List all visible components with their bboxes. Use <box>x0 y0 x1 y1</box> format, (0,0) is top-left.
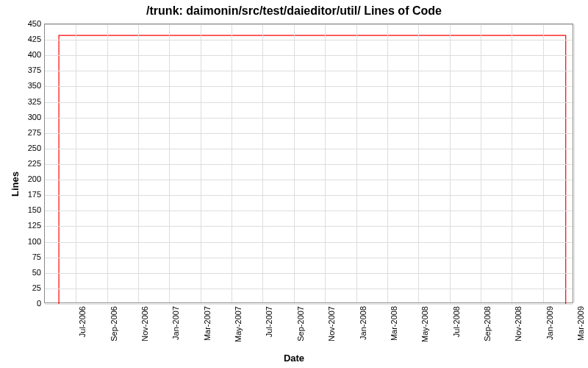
xtick-label: Mar-2009 <box>576 306 585 341</box>
ytick-label: 25 <box>12 283 41 292</box>
plot-area <box>44 24 573 303</box>
xtick-label: May-2008 <box>420 306 429 342</box>
chart-title: /trunk: daimonin/src/test/daieditor/util… <box>0 4 588 18</box>
gridline-vertical <box>262 24 263 302</box>
ytick-label: 200 <box>12 174 41 183</box>
gridline-vertical <box>543 24 544 302</box>
ytick-label: 0 <box>12 299 41 308</box>
ytick-label: 50 <box>12 268 41 277</box>
gridline-horizontal <box>45 86 573 87</box>
gridline-vertical <box>450 24 451 302</box>
xtick-label: Sep-2006 <box>110 306 118 342</box>
gridline-horizontal <box>45 118 573 118</box>
ytick-label: 225 <box>12 159 41 168</box>
ytick-label: 275 <box>12 128 41 137</box>
gridline-horizontal <box>45 273 573 274</box>
gridline-vertical <box>387 24 388 302</box>
gridline-vertical <box>201 24 201 302</box>
gridline-horizontal <box>45 226 573 227</box>
gridline-vertical <box>512 24 512 302</box>
gridline-horizontal <box>45 71 573 71</box>
gridline-horizontal <box>45 195 573 196</box>
ytick-label: 350 <box>12 81 41 90</box>
xtick-label: Mar-2008 <box>390 306 398 341</box>
gridline-horizontal <box>45 180 573 180</box>
gridline-horizontal <box>45 242 573 243</box>
ytick-label: 175 <box>12 190 41 199</box>
xtick-label: Jan-2007 <box>171 306 180 340</box>
gridline-vertical <box>294 24 295 302</box>
gridline-horizontal <box>45 164 573 165</box>
ytick-label: 300 <box>12 113 41 121</box>
gridline-vertical <box>107 24 108 302</box>
chart-container: /trunk: daimonin/src/test/daieditor/util… <box>0 0 588 368</box>
gridline-vertical <box>481 24 481 302</box>
xtick-label: May-2007 <box>234 306 243 342</box>
ytick-label: 150 <box>12 205 41 214</box>
gridline-vertical <box>418 24 419 302</box>
gridline-horizontal <box>45 55 573 56</box>
ytick-label: 400 <box>12 50 41 59</box>
gridline-vertical <box>138 24 139 302</box>
xtick-label: Sep-2008 <box>483 306 492 342</box>
xtick-label: Jan-2008 <box>359 306 368 340</box>
ytick-label: 100 <box>12 237 41 246</box>
gridline-vertical <box>169 24 170 302</box>
ytick-label: 425 <box>12 35 41 43</box>
xtick-label: Mar-2007 <box>203 306 212 341</box>
gridline-horizontal <box>45 289 573 289</box>
xtick-label: Jan-2009 <box>545 306 554 340</box>
gridline-horizontal <box>45 24 573 25</box>
gridline-vertical <box>76 24 76 302</box>
ytick-label: 125 <box>12 221 41 230</box>
ytick-label: 325 <box>12 97 41 106</box>
xtick-label: Jul-2008 <box>452 306 461 337</box>
gridline-horizontal <box>45 258 573 258</box>
gridline-vertical <box>356 24 357 302</box>
xtick-label: Nov-2008 <box>514 306 523 342</box>
gridline-horizontal <box>45 102 573 103</box>
gridline-horizontal <box>45 210 573 211</box>
xtick-label: Nov-2007 <box>327 306 336 342</box>
gridline-horizontal <box>45 304 573 305</box>
ytick-label: 250 <box>12 144 41 152</box>
xtick-label: Nov-2006 <box>140 306 149 342</box>
gridline-horizontal <box>45 40 573 40</box>
gridline-vertical <box>574 24 575 302</box>
xtick-label: Jul-2007 <box>265 306 273 337</box>
x-axis-label: Date <box>0 353 588 364</box>
xtick-label: Jul-2006 <box>78 306 87 337</box>
gridline-vertical <box>325 24 326 302</box>
ytick-label: 75 <box>12 252 41 261</box>
ytick-label: 450 <box>12 19 41 28</box>
gridline-vertical <box>232 24 232 302</box>
xtick-label: Sep-2007 <box>296 306 305 342</box>
ytick-label: 375 <box>12 66 41 74</box>
gridline-horizontal <box>45 149 573 149</box>
gridline-horizontal <box>45 133 573 134</box>
